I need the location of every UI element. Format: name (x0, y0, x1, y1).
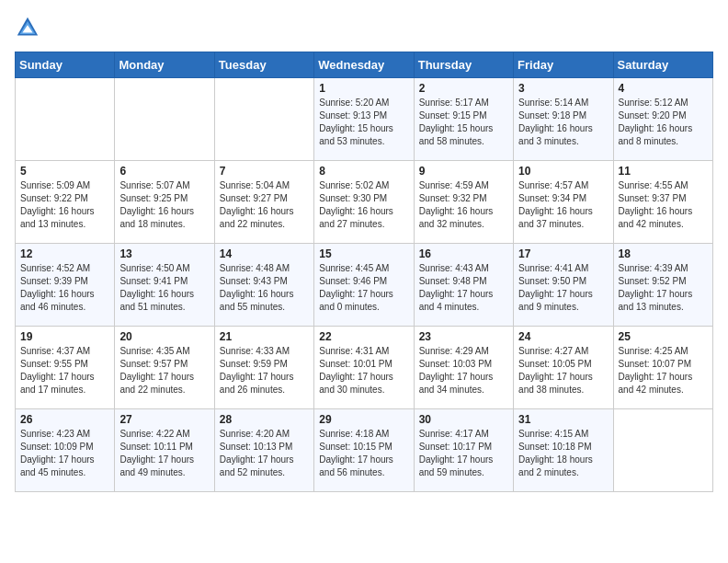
calendar-cell: 19Sunrise: 4:37 AM Sunset: 9:55 PM Dayli… (16, 327, 115, 409)
calendar-cell: 15Sunrise: 4:45 AM Sunset: 9:46 PM Dayli… (314, 244, 414, 327)
day-number: 28 (220, 413, 309, 426)
day-content: Sunrise: 4:59 AM Sunset: 9:32 PM Dayligh… (419, 179, 508, 231)
day-number: 5 (20, 165, 109, 178)
day-content: Sunrise: 5:14 AM Sunset: 9:18 PM Dayligh… (518, 97, 608, 148)
logo (15, 15, 44, 40)
page-header (15, 15, 713, 40)
day-number: 14 (220, 247, 309, 260)
day-number: 24 (518, 330, 608, 343)
day-content: Sunrise: 4:37 AM Sunset: 9:55 PM Dayligh… (20, 345, 109, 396)
day-of-week-wednesday: Wednesday (314, 52, 414, 78)
calendar-cell: 8Sunrise: 5:02 AM Sunset: 9:30 PM Daylig… (314, 161, 414, 244)
calendar-table: SundayMondayTuesdayWednesdayThursdayFrid… (15, 52, 713, 492)
day-of-week-friday: Friday (514, 52, 613, 78)
calendar-cell: 29Sunrise: 4:18 AM Sunset: 10:15 PM Dayl… (314, 409, 414, 492)
day-content: Sunrise: 4:35 AM Sunset: 9:57 PM Dayligh… (119, 345, 209, 396)
day-content: Sunrise: 4:50 AM Sunset: 9:41 PM Dayligh… (119, 262, 209, 314)
day-number: 10 (518, 165, 608, 178)
calendar-cell: 24Sunrise: 4:27 AM Sunset: 10:05 PM Dayl… (514, 327, 613, 409)
calendar-cell: 5Sunrise: 5:09 AM Sunset: 9:22 PM Daylig… (16, 161, 115, 244)
calendar-cell: 11Sunrise: 4:55 AM Sunset: 9:37 PM Dayli… (613, 161, 712, 244)
calendar-cell: 7Sunrise: 5:04 AM Sunset: 9:27 PM Daylig… (214, 161, 313, 244)
calendar-cell: 9Sunrise: 4:59 AM Sunset: 9:32 PM Daylig… (414, 161, 513, 244)
day-content: Sunrise: 5:04 AM Sunset: 9:27 PM Dayligh… (220, 179, 309, 231)
day-number: 15 (319, 247, 408, 260)
day-content: Sunrise: 4:25 AM Sunset: 10:07 PM Daylig… (619, 345, 708, 396)
day-number: 3 (518, 82, 608, 95)
day-of-week-sunday: Sunday (16, 52, 115, 78)
calendar-cell: 21Sunrise: 4:33 AM Sunset: 9:59 PM Dayli… (214, 327, 313, 409)
day-number: 9 (419, 165, 508, 178)
day-of-week-monday: Monday (115, 52, 214, 78)
day-number: 26 (20, 413, 109, 426)
day-number: 21 (220, 330, 309, 343)
calendar-cell: 23Sunrise: 4:29 AM Sunset: 10:03 PM Dayl… (414, 327, 513, 409)
day-content: Sunrise: 5:09 AM Sunset: 9:22 PM Dayligh… (20, 179, 109, 231)
day-number: 29 (319, 413, 408, 426)
day-content: Sunrise: 4:55 AM Sunset: 9:37 PM Dayligh… (619, 179, 708, 231)
calendar-cell: 31Sunrise: 4:15 AM Sunset: 10:18 PM Dayl… (514, 409, 613, 492)
day-content: Sunrise: 4:22 AM Sunset: 10:11 PM Daylig… (119, 428, 209, 479)
day-content: Sunrise: 4:57 AM Sunset: 9:34 PM Dayligh… (518, 179, 608, 231)
day-content: Sunrise: 4:27 AM Sunset: 10:05 PM Daylig… (518, 345, 608, 396)
calendar-cell: 2Sunrise: 5:17 AM Sunset: 9:15 PM Daylig… (414, 78, 513, 161)
day-content: Sunrise: 4:43 AM Sunset: 9:48 PM Dayligh… (419, 262, 508, 314)
day-content: Sunrise: 4:20 AM Sunset: 10:13 PM Daylig… (220, 428, 309, 479)
calendar-cell: 10Sunrise: 4:57 AM Sunset: 9:34 PM Dayli… (514, 161, 613, 244)
calendar-cell: 3Sunrise: 5:14 AM Sunset: 9:18 PM Daylig… (514, 78, 613, 161)
calendar-cell: 16Sunrise: 4:43 AM Sunset: 9:48 PM Dayli… (414, 244, 513, 327)
calendar-cell: 20Sunrise: 4:35 AM Sunset: 9:57 PM Dayli… (115, 327, 214, 409)
calendar-cell: 1Sunrise: 5:20 AM Sunset: 9:13 PM Daylig… (314, 78, 414, 161)
calendar-cell (613, 409, 712, 492)
day-number: 7 (220, 165, 309, 178)
calendar-cell (115, 78, 214, 161)
calendar-cell: 26Sunrise: 4:23 AM Sunset: 10:09 PM Dayl… (16, 409, 115, 492)
day-content: Sunrise: 4:23 AM Sunset: 10:09 PM Daylig… (20, 428, 109, 479)
day-number: 6 (119, 165, 209, 178)
day-of-week-tuesday: Tuesday (214, 52, 313, 78)
day-number: 16 (419, 247, 508, 260)
day-number: 25 (619, 330, 708, 343)
day-number: 27 (119, 413, 209, 426)
calendar-cell: 12Sunrise: 4:52 AM Sunset: 9:39 PM Dayli… (16, 244, 115, 327)
calendar-cell: 18Sunrise: 4:39 AM Sunset: 9:52 PM Dayli… (613, 244, 712, 327)
day-number: 18 (619, 247, 708, 260)
day-number: 2 (419, 82, 508, 95)
calendar-cell: 13Sunrise: 4:50 AM Sunset: 9:41 PM Dayli… (115, 244, 214, 327)
day-content: Sunrise: 4:29 AM Sunset: 10:03 PM Daylig… (419, 345, 508, 396)
day-of-week-thursday: Thursday (414, 52, 513, 78)
day-number: 23 (419, 330, 508, 343)
day-content: Sunrise: 4:15 AM Sunset: 10:18 PM Daylig… (518, 428, 608, 479)
calendar-cell: 4Sunrise: 5:12 AM Sunset: 9:20 PM Daylig… (613, 78, 712, 161)
day-number: 13 (119, 247, 209, 260)
day-number: 12 (20, 247, 109, 260)
day-number: 30 (419, 413, 508, 426)
day-content: Sunrise: 5:17 AM Sunset: 9:15 PM Dayligh… (419, 97, 508, 148)
calendar-cell: 27Sunrise: 4:22 AM Sunset: 10:11 PM Dayl… (115, 409, 214, 492)
day-number: 19 (20, 330, 109, 343)
calendar-cell: 25Sunrise: 4:25 AM Sunset: 10:07 PM Dayl… (613, 327, 712, 409)
day-content: Sunrise: 4:48 AM Sunset: 9:43 PM Dayligh… (220, 262, 309, 314)
day-content: Sunrise: 4:45 AM Sunset: 9:46 PM Dayligh… (319, 262, 408, 314)
day-content: Sunrise: 4:41 AM Sunset: 9:50 PM Dayligh… (518, 262, 608, 314)
day-content: Sunrise: 4:52 AM Sunset: 9:39 PM Dayligh… (20, 262, 109, 314)
calendar-cell: 30Sunrise: 4:17 AM Sunset: 10:17 PM Dayl… (414, 409, 513, 492)
day-number: 8 (319, 165, 408, 178)
calendar-cell: 22Sunrise: 4:31 AM Sunset: 10:01 PM Dayl… (314, 327, 414, 409)
day-content: Sunrise: 5:12 AM Sunset: 9:20 PM Dayligh… (619, 97, 708, 148)
day-content: Sunrise: 4:17 AM Sunset: 10:17 PM Daylig… (419, 428, 508, 479)
day-number: 20 (119, 330, 209, 343)
day-content: Sunrise: 4:31 AM Sunset: 10:01 PM Daylig… (319, 345, 408, 396)
calendar-cell: 28Sunrise: 4:20 AM Sunset: 10:13 PM Dayl… (214, 409, 313, 492)
day-content: Sunrise: 5:07 AM Sunset: 9:25 PM Dayligh… (119, 179, 209, 231)
day-number: 4 (619, 82, 708, 95)
day-number: 22 (319, 330, 408, 343)
day-content: Sunrise: 4:33 AM Sunset: 9:59 PM Dayligh… (220, 345, 309, 396)
day-number: 17 (518, 247, 608, 260)
day-of-week-saturday: Saturday (613, 52, 712, 78)
calendar-cell: 14Sunrise: 4:48 AM Sunset: 9:43 PM Dayli… (214, 244, 313, 327)
day-number: 1 (319, 82, 408, 95)
logo-icon (15, 15, 40, 40)
day-content: Sunrise: 5:02 AM Sunset: 9:30 PM Dayligh… (319, 179, 408, 231)
calendar-cell: 6Sunrise: 5:07 AM Sunset: 9:25 PM Daylig… (115, 161, 214, 244)
